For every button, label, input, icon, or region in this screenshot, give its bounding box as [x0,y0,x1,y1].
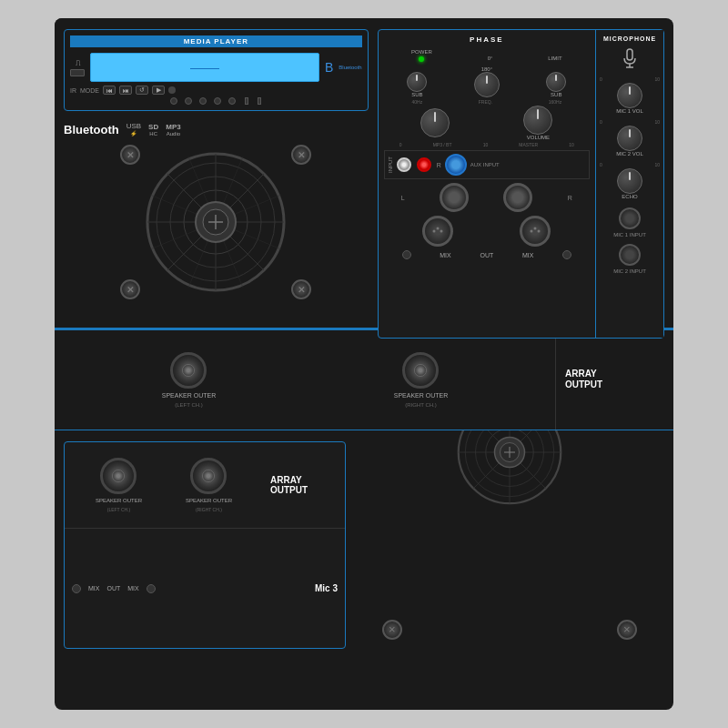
xlr-left-jack [422,216,453,247]
right-panel: PHASE POWER 0° LIMIT [378,29,664,339]
master-scale-10: 10 [569,142,574,147]
fan-svg-bottom [437,430,582,507]
mix-dot-right [562,250,571,259]
array-output-section: SPEAKER OUTER (LEFT CH.) SPEAKER OUTER (… [55,329,673,430]
mic1-vol-group: MIC 1 VOL [600,83,660,114]
array-output-label: ARRAY OUTPUT [565,369,664,390]
sub-label-right: SUB [551,92,561,97]
mic2-input-group: MIC 2 INPUT [600,241,660,274]
sub-knob-left[interactable] [407,72,427,92]
mic3-area: Mic 3 [315,583,338,593]
svg-point-18 [437,228,440,230]
bottom-mix-dot-left [72,584,81,593]
mode-dot-1[interactable] [170,97,177,105]
screw-x-icon: ✕ [126,150,134,160]
out-label: OUT [480,252,493,258]
media-player-title: MEDIA PLAYER [70,35,362,47]
mic2-vol-knob[interactable] [617,126,642,151]
bluetooth-logo: B [325,60,333,75]
power-led [419,56,424,62]
bottom-speaker-jack-left [100,458,136,494]
bottom-mix-dot-right [147,584,156,593]
speaker-outer-right-group: SPEAKER OUTER (RIGHT CH.) [394,352,449,408]
freq-label: FREQ. [479,99,492,105]
phase180-knob[interactable] [474,72,500,97]
mic1-vol-knob[interactable] [617,83,642,108]
screw-x-icon: ✕ [623,625,631,635]
mic1-scale-0: 0 [600,76,602,82]
svg-point-20 [531,230,533,233]
bottom-speaker-right: SPEAKER OUTER (RIGHT CH.) [186,458,232,512]
bottom-speaker-left: SPEAKER OUTER (LEFT CH.) [96,458,142,512]
sub-label-left: SUB [411,92,422,97]
screw-x-icon: ✕ [389,625,396,635]
limit-indicator: LIMIT [548,47,561,64]
mode-dot-2[interactable] [185,97,192,105]
bottom-screw-tr: ✕ [382,620,402,640]
volume-label: VOLUME [527,135,550,140]
bottom-speaker-jack-inner-left [112,470,125,482]
next-btn[interactable]: ⏭ [119,86,132,95]
microphone-icon [621,47,639,69]
controls-main: PHASE POWER 0° LIMIT [379,30,595,338]
bottom-mix-label2: MIX [127,585,138,592]
volume-knob-group: VOLUME [523,106,552,140]
screw-bottom-left: ✕ [120,279,140,299]
svg-point-22 [538,230,541,233]
r-label: R [437,162,441,168]
echo-knob-group: ECHO [600,168,660,199]
vol-scale-10: 10 [483,142,489,147]
mic1-input-jack [619,207,641,229]
indicator-dot-1 [168,86,176,94]
mode-dot-7[interactable] [258,97,261,105]
freq-scale-low: 40Hz [412,99,423,105]
xlr-left-group [422,216,453,247]
mode-label: MODE [80,87,99,94]
aux-input-jack [445,154,467,176]
freq-knob[interactable] [420,108,450,137]
bottom-array-jacks: SPEAKER OUTER (LEFT CH.) SPEAKER OUTER (… [65,442,263,528]
xlr-right-group [520,216,551,247]
fan-container: ✕ ✕ ✕ ✕ [88,140,343,304]
volume-knob[interactable] [523,106,552,135]
svg-rect-23 [627,49,632,60]
mode-dot-5[interactable] [228,97,236,105]
bottom-mix-label: MIX [88,585,99,592]
microphone-title: MICROPHONE [600,35,660,42]
device-panel: MEDIA PLAYER ⎍ ―――― B Bluetooth [55,18,673,710]
echo-knob[interactable] [617,168,642,194]
rca-red-jack [417,157,431,172]
bottom-array-label-area: ARRAYOUTPUT [263,442,345,528]
media-player-section: MEDIA PLAYER ⎍ ―――― B Bluetooth [64,29,369,111]
mic1-scale-10: 10 [654,76,660,82]
prev-btn[interactable]: ⏮ [103,86,116,95]
ir-controls: IR MODE ⏮ ⏭ ↺ ▶ [70,86,362,95]
bottom-array-label: ARRAYOUTPUT [270,475,338,495]
bottom-speaker-jack-inner-right [202,470,215,482]
screw-x-icon: ✕ [298,150,305,160]
array-output-label-area: ARRAY OUTPUT [555,330,673,430]
bluetooth-features: Bluetooth USB ⚡ SD HC MP3 Audio [55,118,378,140]
mode-dot-4[interactable] [214,97,221,105]
mode-dot-6[interactable] [245,97,248,105]
play-btn[interactable]: ▶ [152,86,165,95]
rca-white-jack [397,157,411,172]
mic1-vol-label: MIC 1 VOL [616,108,643,114]
r-jack-label: R [568,195,572,201]
master-label: MASTER [519,142,538,147]
phase-title: PHASE [384,35,590,44]
microphone-icon-area [600,47,660,73]
mic1-input-group: MIC 1 INPUT [600,205,660,238]
bottom-speaker-right-ch: (RIGHT CH.) [196,507,222,512]
bottom-left-area: ✕ ✕ [346,430,673,649]
speaker-outer-left-label: SPEAKER OUTER [162,392,217,399]
trs-right-jack [503,183,532,212]
bottom-speaker-left-ch: (LEFT CH.) [107,507,130,512]
mic2-input-jack [619,244,641,266]
repeat-btn[interactable]: ↺ [136,86,148,95]
xlr-right-jack [520,216,551,247]
sub-knob-right[interactable] [546,72,566,92]
fan-svg [143,149,288,295]
top-section: MEDIA PLAYER ⎍ ―――― B Bluetooth [55,18,673,328]
mode-dot-3[interactable] [199,97,207,105]
